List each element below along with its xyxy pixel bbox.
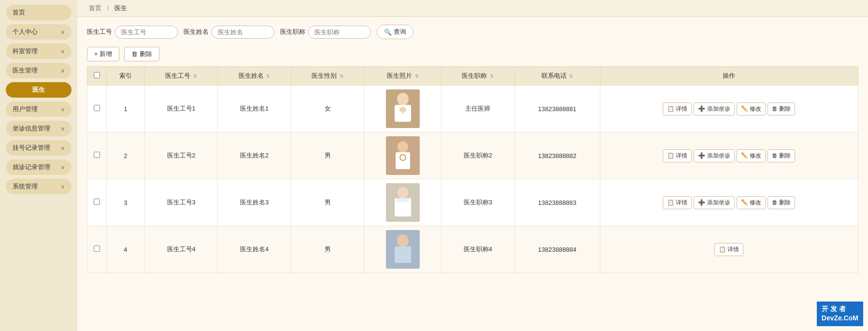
svg-rect-14 xyxy=(397,198,409,202)
watermark: 开 发 者 DevZe.CoM xyxy=(817,302,863,326)
cell-photo xyxy=(368,183,437,222)
cell-workid: 医生工号2 xyxy=(144,132,218,179)
svg-rect-17 xyxy=(395,246,411,263)
watermark-line1: 开 发 者 xyxy=(822,304,858,314)
table-row: 2 医生工号2 医生姓名2 男 xyxy=(87,132,858,179)
action-buttons: 📋 详情 ➕ 添加坐诊 ✏️ 修改 🗑 删除 xyxy=(604,149,854,162)
sidebar-item-label: 个人中心 xyxy=(13,28,38,36)
cell-workid: 医生工号4 xyxy=(144,226,218,273)
add-schedule-button[interactable]: ➕ 添加坐诊 xyxy=(694,196,734,209)
delete-button[interactable]: 🗑 删除 xyxy=(768,149,795,162)
search-field-workid: 医生工号 xyxy=(87,26,178,39)
doctor-photo xyxy=(386,230,420,269)
cell-index: 1 xyxy=(107,86,145,132)
select-all-checkbox[interactable] xyxy=(94,72,100,78)
sidebar-item-system-mgmt[interactable]: 系统管理 ∨ xyxy=(6,179,71,194)
cell-index: 2 xyxy=(107,132,145,179)
svg-point-8 xyxy=(398,141,408,153)
cell-index: 4 xyxy=(107,226,145,273)
sidebar-item-doctor[interactable]: 医生 xyxy=(6,82,71,98)
sidebar-item-department[interactable]: 科室管理 ∨ xyxy=(6,43,71,59)
add-schedule-button[interactable]: ➕ 添加坐诊 xyxy=(694,149,734,162)
cell-name: 医生姓名1 xyxy=(218,86,291,132)
chevron-down-icon: ∨ xyxy=(61,29,65,35)
search-field-title: 医生职称 xyxy=(280,26,371,39)
chevron-down-icon: ∨ xyxy=(61,68,65,74)
action-bar: + 新增 🗑 删除 xyxy=(77,44,868,66)
cell-phone: 13823888881 xyxy=(514,86,600,132)
table-container: 索引 医生工号 ⇅ 医生姓名 ⇅ 医生性别 ⇅ 医生照片 ⇅ 医生职称 ⇅ 联系… xyxy=(77,66,868,331)
cell-phone: 13823888882 xyxy=(514,132,600,179)
cell-index: 3 xyxy=(107,179,145,226)
chevron-down-icon: ∨ xyxy=(61,184,65,190)
chevron-down-icon: ∨ xyxy=(61,106,65,113)
cell-workid: 医生工号3 xyxy=(144,179,218,226)
detail-button[interactable]: 📋 详情 xyxy=(663,196,692,209)
delete-button[interactable]: 🗑 删除 xyxy=(768,196,795,209)
name-input[interactable] xyxy=(212,26,274,39)
svg-point-16 xyxy=(397,234,409,247)
chevron-down-icon: ∨ xyxy=(61,164,65,171)
cell-name: 医生姓名3 xyxy=(218,179,291,226)
workid-label: 医生工号 xyxy=(87,28,112,36)
doctors-table: 索引 医生工号 ⇅ 医生姓名 ⇅ 医生性别 ⇅ 医生照片 ⇅ 医生职称 ⇅ 联系… xyxy=(87,66,858,273)
cell-title: 主任医师 xyxy=(441,86,515,132)
title-input[interactable] xyxy=(308,26,371,39)
cell-photo xyxy=(368,89,437,128)
cell-workid: 医生工号1 xyxy=(144,86,218,132)
action-buttons: 📋 详情 ➕ 添加坐诊 ✏️ 修改 🗑 删除 xyxy=(604,196,854,209)
search-btn-label: 查询 xyxy=(394,28,406,36)
add-button[interactable]: + 新增 xyxy=(87,47,119,61)
row-checkbox[interactable] xyxy=(94,245,100,252)
row-checkbox[interactable] xyxy=(94,152,100,158)
cell-phone: 13823888884 xyxy=(514,226,600,273)
watermark-line2: DevZe.CoM xyxy=(822,314,858,323)
sidebar-item-home[interactable]: 首页 xyxy=(6,5,71,20)
detail-button[interactable]: 📋 详情 xyxy=(663,149,692,162)
cell-photo xyxy=(368,136,437,175)
sidebar-item-label: 用户管理 xyxy=(13,105,38,114)
svg-point-12 xyxy=(398,187,408,199)
sidebar-item-label: 挂号记录管理 xyxy=(13,144,50,152)
delete-icon: 🗑 xyxy=(131,50,138,58)
table-row: 4 医生工号4 医生姓名4 男 xyxy=(87,226,858,273)
delete-button[interactable]: 🗑 删除 xyxy=(768,102,795,115)
edit-button[interactable]: ✏️ 修改 xyxy=(737,196,766,209)
search-bar: 医生工号 医生姓名 医生职称 🔍 查询 xyxy=(77,17,868,44)
workid-input[interactable] xyxy=(115,26,178,39)
cell-title: 医生职称4 xyxy=(441,226,515,273)
sidebar-item-registration-mgmt[interactable]: 挂号记录管理 ∨ xyxy=(6,140,71,156)
action-buttons: 📋 详情 ➕ 添加坐诊 ✏️ 修改 🗑 删除 xyxy=(604,102,854,115)
action-buttons: 📋 详情 xyxy=(604,243,854,256)
search-button[interactable]: 🔍 查询 xyxy=(377,25,413,39)
sidebar-item-label: 就诊记录管理 xyxy=(13,163,50,172)
edit-button[interactable]: ✏️ 修改 xyxy=(737,149,766,162)
title-label: 医生职称 xyxy=(280,28,305,36)
batch-delete-button[interactable]: 🗑 删除 xyxy=(124,47,159,61)
chevron-down-icon: ∨ xyxy=(61,126,65,132)
sidebar-item-profile[interactable]: 个人中心 ∨ xyxy=(6,24,71,40)
col-photo: 医生照片 ⇅ xyxy=(364,67,441,86)
chevron-down-icon: ∨ xyxy=(61,145,65,151)
sidebar-item-user-mgmt[interactable]: 用户管理 ∨ xyxy=(6,101,71,117)
cell-photo xyxy=(368,230,437,269)
sidebar-item-visit-mgmt[interactable]: 就诊记录管理 ∨ xyxy=(6,159,71,175)
cell-gender: 男 xyxy=(291,179,364,226)
col-action: 操作 xyxy=(600,67,858,86)
chevron-down-icon: ∨ xyxy=(61,48,65,55)
breadcrumb-home[interactable]: 首页 xyxy=(89,4,101,12)
sidebar-item-doctor-mgmt[interactable]: 医生管理 ∨ xyxy=(6,63,71,78)
sidebar-item-schedule-mgmt[interactable]: 坐诊信息管理 ∨ xyxy=(6,121,71,136)
col-gender: 医生性别 ⇅ xyxy=(291,67,364,86)
table-row: 1 医生工号1 医生姓名1 女 xyxy=(87,86,858,132)
sidebar: 首页 个人中心 ∨ 科室管理 ∨ 医生管理 ∨ 医生 用户管理 ∨ 坐诊信息管理… xyxy=(0,0,77,331)
detail-button[interactable]: 📋 详情 xyxy=(663,102,692,115)
row-checkbox[interactable] xyxy=(94,199,100,205)
cell-name: 医生姓名2 xyxy=(218,132,291,179)
search-icon: 🔍 xyxy=(384,29,392,36)
edit-button[interactable]: ✏️ 修改 xyxy=(737,102,766,115)
add-schedule-button[interactable]: ➕ 添加坐诊 xyxy=(694,102,734,115)
row-checkbox[interactable] xyxy=(94,105,100,111)
main-content: 首页 / 医生 医生工号 医生姓名 医生职称 🔍 查询 + 新增 🗑 删除 xyxy=(77,0,868,331)
detail-button[interactable]: 📋 详情 xyxy=(714,243,743,256)
